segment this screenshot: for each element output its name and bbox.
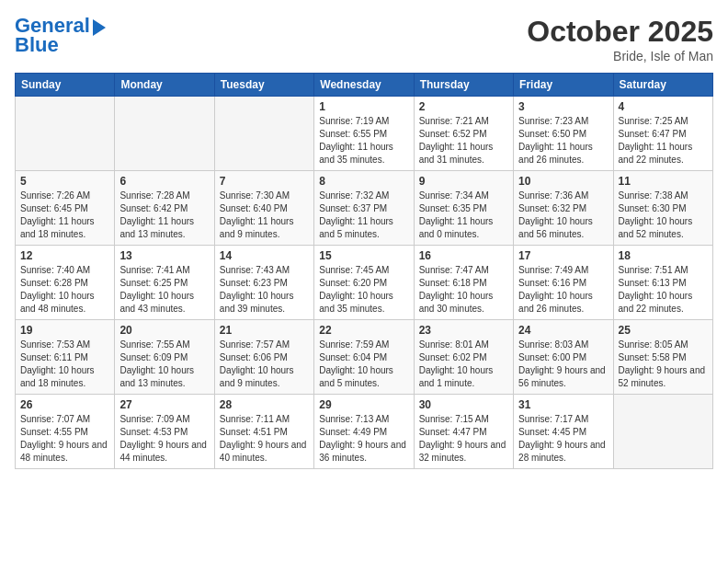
calendar-week-row: 12Sunrise: 7:40 AM Sunset: 6:28 PM Dayli… bbox=[16, 246, 713, 320]
day-info: Sunrise: 8:03 AM Sunset: 6:00 PM Dayligh… bbox=[518, 339, 608, 390]
table-row bbox=[214, 97, 313, 171]
day-number: 3 bbox=[518, 100, 608, 113]
day-info: Sunrise: 7:49 AM Sunset: 6:16 PM Dayligh… bbox=[518, 264, 608, 316]
day-number: 1 bbox=[319, 100, 408, 113]
day-number: 26 bbox=[20, 398, 109, 411]
table-row: 5Sunrise: 7:26 AM Sunset: 6:45 PM Daylig… bbox=[16, 171, 115, 246]
day-info: Sunrise: 7:36 AM Sunset: 6:32 PM Dayligh… bbox=[518, 190, 608, 241]
day-info: Sunrise: 7:07 AM Sunset: 4:55 PM Dayligh… bbox=[20, 413, 109, 465]
table-row: 31Sunrise: 7:17 AM Sunset: 4:45 PM Dayli… bbox=[514, 395, 613, 469]
day-number: 15 bbox=[319, 249, 408, 262]
day-info: Sunrise: 7:11 AM Sunset: 4:51 PM Dayligh… bbox=[220, 413, 309, 465]
table-row: 25Sunrise: 8:05 AM Sunset: 5:58 PM Dayli… bbox=[613, 320, 712, 395]
day-number: 20 bbox=[119, 324, 209, 337]
day-info: Sunrise: 7:41 AM Sunset: 6:25 PM Dayligh… bbox=[119, 264, 209, 316]
day-info: Sunrise: 7:34 AM Sunset: 6:35 PM Dayligh… bbox=[419, 190, 508, 241]
header-thursday: Thursday bbox=[414, 74, 513, 97]
header-sunday: Sunday bbox=[16, 74, 115, 97]
calendar-table: Sunday Monday Tuesday Wednesday Thursday… bbox=[15, 73, 713, 469]
table-row: 13Sunrise: 7:41 AM Sunset: 6:25 PM Dayli… bbox=[115, 246, 214, 320]
table-row: 9Sunrise: 7:34 AM Sunset: 6:35 PM Daylig… bbox=[414, 171, 513, 246]
table-row: 18Sunrise: 7:51 AM Sunset: 6:13 PM Dayli… bbox=[613, 246, 712, 320]
day-info: Sunrise: 7:13 AM Sunset: 4:49 PM Dayligh… bbox=[319, 413, 408, 465]
day-number: 18 bbox=[619, 249, 708, 262]
day-info: Sunrise: 7:55 AM Sunset: 6:09 PM Dayligh… bbox=[119, 339, 209, 390]
day-info: Sunrise: 7:38 AM Sunset: 6:30 PM Dayligh… bbox=[619, 190, 708, 241]
table-row: 2Sunrise: 7:21 AM Sunset: 6:52 PM Daylig… bbox=[414, 97, 513, 171]
day-number: 7 bbox=[220, 175, 309, 188]
page-header: General Blue October 2025 Bride, Isle of… bbox=[15, 15, 713, 63]
day-number: 14 bbox=[220, 249, 309, 262]
table-row: 15Sunrise: 7:45 AM Sunset: 6:20 PM Dayli… bbox=[314, 246, 414, 320]
day-info: Sunrise: 7:40 AM Sunset: 6:28 PM Dayligh… bbox=[20, 264, 109, 316]
table-row: 28Sunrise: 7:11 AM Sunset: 4:51 PM Dayli… bbox=[214, 395, 313, 469]
table-row: 27Sunrise: 7:09 AM Sunset: 4:53 PM Dayli… bbox=[115, 395, 214, 469]
table-row: 24Sunrise: 8:03 AM Sunset: 6:00 PM Dayli… bbox=[514, 320, 613, 395]
table-row: 7Sunrise: 7:30 AM Sunset: 6:40 PM Daylig… bbox=[214, 171, 313, 246]
month-title: October 2025 bbox=[527, 15, 713, 49]
table-row: 30Sunrise: 7:15 AM Sunset: 4:47 PM Dayli… bbox=[414, 395, 513, 469]
day-number: 16 bbox=[419, 249, 508, 262]
day-number: 25 bbox=[619, 324, 708, 337]
calendar-week-row: 19Sunrise: 7:53 AM Sunset: 6:11 PM Dayli… bbox=[16, 320, 713, 395]
day-number: 29 bbox=[319, 398, 408, 411]
table-row: 16Sunrise: 7:47 AM Sunset: 6:18 PM Dayli… bbox=[414, 246, 513, 320]
day-info: Sunrise: 7:32 AM Sunset: 6:37 PM Dayligh… bbox=[319, 190, 408, 241]
day-number: 27 bbox=[119, 398, 209, 411]
day-number: 5 bbox=[20, 175, 109, 188]
table-row: 1Sunrise: 7:19 AM Sunset: 6:55 PM Daylig… bbox=[314, 97, 414, 171]
table-row: 29Sunrise: 7:13 AM Sunset: 4:49 PM Dayli… bbox=[314, 395, 414, 469]
day-info: Sunrise: 8:05 AM Sunset: 5:58 PM Dayligh… bbox=[619, 339, 708, 390]
table-row: 12Sunrise: 7:40 AM Sunset: 6:28 PM Dayli… bbox=[16, 246, 115, 320]
day-number: 23 bbox=[419, 324, 508, 337]
logo-arrow-icon bbox=[93, 19, 106, 36]
day-number: 31 bbox=[518, 398, 608, 411]
day-number: 22 bbox=[319, 324, 408, 337]
table-row: 4Sunrise: 7:25 AM Sunset: 6:47 PM Daylig… bbox=[613, 97, 712, 171]
day-info: Sunrise: 7:19 AM Sunset: 6:55 PM Dayligh… bbox=[319, 115, 408, 167]
table-row: 14Sunrise: 7:43 AM Sunset: 6:23 PM Dayli… bbox=[214, 246, 313, 320]
table-row: 11Sunrise: 7:38 AM Sunset: 6:30 PM Dayli… bbox=[613, 171, 712, 246]
day-number: 10 bbox=[518, 175, 608, 188]
table-row: 10Sunrise: 7:36 AM Sunset: 6:32 PM Dayli… bbox=[514, 171, 613, 246]
day-info: Sunrise: 7:59 AM Sunset: 6:04 PM Dayligh… bbox=[319, 339, 408, 390]
calendar-week-row: 5Sunrise: 7:26 AM Sunset: 6:45 PM Daylig… bbox=[16, 171, 713, 246]
table-row: 26Sunrise: 7:07 AM Sunset: 4:55 PM Dayli… bbox=[16, 395, 115, 469]
calendar-week-row: 26Sunrise: 7:07 AM Sunset: 4:55 PM Dayli… bbox=[16, 395, 713, 469]
day-info: Sunrise: 7:28 AM Sunset: 6:42 PM Dayligh… bbox=[119, 190, 209, 241]
day-info: Sunrise: 7:25 AM Sunset: 6:47 PM Dayligh… bbox=[619, 115, 708, 167]
table-row: 6Sunrise: 7:28 AM Sunset: 6:42 PM Daylig… bbox=[115, 171, 214, 246]
header-friday: Friday bbox=[514, 74, 613, 97]
day-number: 9 bbox=[419, 175, 508, 188]
day-number: 13 bbox=[119, 249, 209, 262]
day-info: Sunrise: 7:53 AM Sunset: 6:11 PM Dayligh… bbox=[20, 339, 109, 390]
table-row: 17Sunrise: 7:49 AM Sunset: 6:16 PM Dayli… bbox=[514, 246, 613, 320]
day-header-row: Sunday Monday Tuesday Wednesday Thursday… bbox=[16, 74, 713, 97]
location-subtitle: Bride, Isle of Man bbox=[527, 49, 713, 63]
day-info: Sunrise: 7:47 AM Sunset: 6:18 PM Dayligh… bbox=[419, 264, 508, 316]
header-monday: Monday bbox=[115, 74, 214, 97]
day-number: 17 bbox=[518, 249, 608, 262]
table-row: 3Sunrise: 7:23 AM Sunset: 6:50 PM Daylig… bbox=[514, 97, 613, 171]
day-info: Sunrise: 7:57 AM Sunset: 6:06 PM Dayligh… bbox=[220, 339, 309, 390]
day-number: 11 bbox=[619, 175, 708, 188]
table-row: 20Sunrise: 7:55 AM Sunset: 6:09 PM Dayli… bbox=[115, 320, 214, 395]
calendar-week-row: 1Sunrise: 7:19 AM Sunset: 6:55 PM Daylig… bbox=[16, 97, 713, 171]
table-row: 19Sunrise: 7:53 AM Sunset: 6:11 PM Dayli… bbox=[16, 320, 115, 395]
table-row bbox=[115, 97, 214, 171]
day-info: Sunrise: 7:45 AM Sunset: 6:20 PM Dayligh… bbox=[319, 264, 408, 316]
table-row: 21Sunrise: 7:57 AM Sunset: 6:06 PM Dayli… bbox=[214, 320, 313, 395]
title-block: October 2025 Bride, Isle of Man bbox=[527, 15, 713, 63]
day-number: 12 bbox=[20, 249, 109, 262]
day-number: 21 bbox=[220, 324, 309, 337]
day-info: Sunrise: 7:09 AM Sunset: 4:53 PM Dayligh… bbox=[119, 413, 209, 465]
day-number: 19 bbox=[20, 324, 109, 337]
day-info: Sunrise: 7:26 AM Sunset: 6:45 PM Dayligh… bbox=[20, 190, 109, 241]
header-tuesday: Tuesday bbox=[214, 74, 313, 97]
table-row: 22Sunrise: 7:59 AM Sunset: 6:04 PM Dayli… bbox=[314, 320, 414, 395]
table-row bbox=[613, 395, 712, 469]
day-info: Sunrise: 7:21 AM Sunset: 6:52 PM Dayligh… bbox=[419, 115, 508, 167]
table-row bbox=[16, 97, 115, 171]
logo: General Blue bbox=[15, 15, 106, 57]
day-number: 4 bbox=[619, 100, 708, 113]
